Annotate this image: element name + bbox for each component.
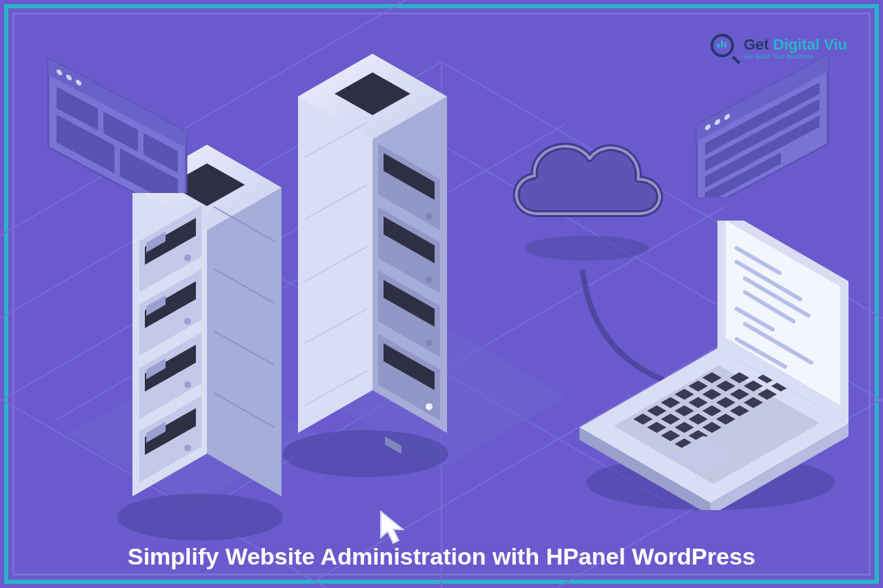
svg-point-21: [426, 276, 433, 283]
svg-point-12: [184, 445, 191, 452]
svg-point-25: [426, 403, 433, 410]
laptop: [566, 221, 862, 510]
svg-point-19: [426, 213, 433, 220]
browser-card-left: [41, 48, 207, 193]
svg-point-8: [184, 318, 191, 325]
svg-point-23: [426, 340, 433, 347]
hero-caption: Simplify Website Administration with HPa…: [0, 543, 883, 570]
brand-logo: Get Digital Viu We Build Your Business: [711, 28, 855, 69]
svg-point-10: [184, 381, 191, 388]
logo-title: Get Digital Viu: [744, 37, 847, 52]
svg-point-0: [117, 494, 283, 540]
cursor-icon: [378, 510, 410, 547]
svg-point-6: [184, 254, 191, 261]
browser-card-right: [690, 52, 849, 197]
logo-tagline: We Build Your Business: [744, 54, 847, 60]
svg-point-13: [283, 430, 448, 477]
magnifier-icon: [711, 34, 740, 63]
server-tower-right: [269, 12, 462, 481]
